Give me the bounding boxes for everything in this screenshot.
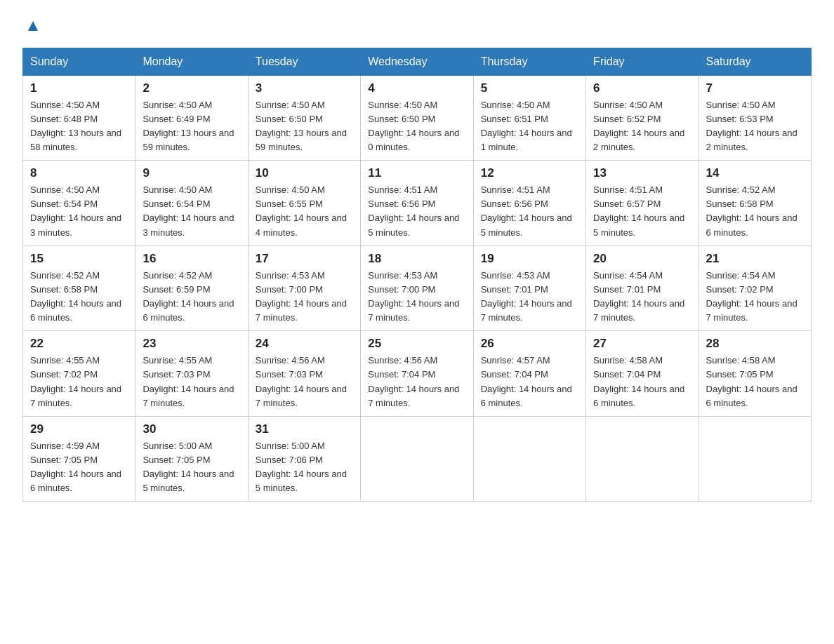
day-number: 16: [143, 252, 240, 266]
day-info: Sunrise: 4:52 AM Sunset: 6:58 PM Dayligh…: [706, 183, 804, 240]
day-info: Sunrise: 4:54 AM Sunset: 7:01 PM Dayligh…: [593, 269, 691, 326]
weekday-header-cell: Tuesday: [248, 48, 360, 75]
day-info: Sunrise: 4:58 AM Sunset: 7:05 PM Dayligh…: [706, 354, 804, 410]
day-number: 14: [706, 166, 804, 180]
day-info: Sunrise: 4:53 AM Sunset: 7:00 PM Dayligh…: [256, 269, 353, 326]
calendar-day-cell: 7 Sunrise: 4:50 AM Sunset: 6:53 PM Dayli…: [699, 75, 811, 161]
day-info: Sunrise: 4:50 AM Sunset: 6:51 PM Dayligh…: [481, 98, 578, 155]
calendar-day-cell: 8 Sunrise: 4:50 AM Sunset: 6:54 PM Dayli…: [23, 161, 135, 246]
calendar-day-cell: 31 Sunrise: 5:00 AM Sunset: 7:06 PM Dayl…: [248, 416, 360, 502]
calendar-day-cell: 15 Sunrise: 4:52 AM Sunset: 6:58 PM Dayl…: [23, 246, 135, 331]
calendar-day-cell: 5 Sunrise: 4:50 AM Sunset: 6:51 PM Dayli…: [473, 75, 585, 161]
day-number: 11: [368, 166, 465, 180]
calendar-day-cell: 23 Sunrise: 4:55 AM Sunset: 7:03 PM Dayl…: [135, 331, 248, 417]
day-number: 6: [593, 81, 691, 95]
calendar-day-cell: [361, 416, 473, 502]
day-number: 8: [30, 166, 128, 180]
day-number: 10: [256, 166, 353, 180]
weekday-header-cell: Saturday: [699, 48, 811, 75]
day-info: Sunrise: 4:51 AM Sunset: 6:57 PM Dayligh…: [593, 183, 691, 240]
calendar-day-cell: 3 Sunrise: 4:50 AM Sunset: 6:50 PM Dayli…: [248, 75, 360, 161]
day-info: Sunrise: 4:52 AM Sunset: 6:59 PM Dayligh…: [143, 269, 240, 326]
day-info: Sunrise: 4:57 AM Sunset: 7:04 PM Dayligh…: [481, 354, 578, 410]
logo-triangle-icon: [25, 18, 41, 36]
day-number: 30: [143, 422, 240, 436]
day-info: Sunrise: 4:51 AM Sunset: 6:56 PM Dayligh…: [368, 183, 465, 240]
day-info: Sunrise: 4:50 AM Sunset: 6:54 PM Dayligh…: [143, 183, 240, 240]
day-number: 31: [256, 422, 353, 436]
day-info: Sunrise: 4:51 AM Sunset: 6:56 PM Dayligh…: [481, 183, 578, 240]
calendar-day-cell: 24 Sunrise: 4:56 AM Sunset: 7:03 PM Dayl…: [248, 331, 360, 417]
day-number: 22: [30, 337, 128, 351]
calendar-day-cell: 28 Sunrise: 4:58 AM Sunset: 7:05 PM Dayl…: [699, 331, 811, 417]
calendar-day-cell: 29 Sunrise: 4:59 AM Sunset: 7:05 PM Dayl…: [23, 416, 135, 502]
day-number: 19: [481, 252, 578, 266]
day-number: 28: [706, 337, 804, 351]
day-number: 25: [368, 337, 465, 351]
day-number: 2: [143, 81, 240, 95]
day-number: 24: [256, 337, 353, 351]
calendar-day-cell: 12 Sunrise: 4:51 AM Sunset: 6:56 PM Dayl…: [473, 161, 585, 246]
day-number: 7: [706, 81, 804, 95]
calendar-week-row: 8 Sunrise: 4:50 AM Sunset: 6:54 PM Dayli…: [23, 161, 812, 246]
day-number: 5: [481, 81, 578, 95]
weekday-header-cell: Thursday: [473, 48, 585, 75]
weekday-header: SundayMondayTuesdayWednesdayThursdayFrid…: [23, 48, 812, 75]
day-info: Sunrise: 4:54 AM Sunset: 7:02 PM Dayligh…: [706, 269, 804, 326]
calendar-day-cell: 27 Sunrise: 4:58 AM Sunset: 7:04 PM Dayl…: [586, 331, 699, 417]
calendar-day-cell: 1 Sunrise: 4:50 AM Sunset: 6:48 PM Dayli…: [23, 75, 135, 161]
page-header: [22, 17, 812, 36]
calendar-day-cell: 13 Sunrise: 4:51 AM Sunset: 6:57 PM Dayl…: [586, 161, 699, 246]
calendar-day-cell: 9 Sunrise: 4:50 AM Sunset: 6:54 PM Dayli…: [135, 161, 248, 246]
calendar-week-row: 1 Sunrise: 4:50 AM Sunset: 6:48 PM Dayli…: [23, 75, 812, 161]
day-info: Sunrise: 4:50 AM Sunset: 6:52 PM Dayligh…: [593, 98, 691, 155]
day-number: 4: [368, 81, 465, 95]
day-info: Sunrise: 4:50 AM Sunset: 6:50 PM Dayligh…: [368, 98, 465, 155]
day-info: Sunrise: 4:50 AM Sunset: 6:48 PM Dayligh…: [30, 98, 128, 155]
calendar-day-cell: 11 Sunrise: 4:51 AM Sunset: 6:56 PM Dayl…: [361, 161, 473, 246]
calendar-day-cell: 22 Sunrise: 4:55 AM Sunset: 7:02 PM Dayl…: [23, 331, 135, 417]
svg-marker-0: [28, 21, 38, 31]
calendar-week-row: 22 Sunrise: 4:55 AM Sunset: 7:02 PM Dayl…: [23, 331, 812, 417]
day-number: 15: [30, 252, 128, 266]
calendar-table: SundayMondayTuesdayWednesdayThursdayFrid…: [22, 48, 812, 502]
weekday-header-cell: Sunday: [23, 48, 135, 75]
day-info: Sunrise: 4:55 AM Sunset: 7:03 PM Dayligh…: [143, 354, 240, 410]
calendar-day-cell: 20 Sunrise: 4:54 AM Sunset: 7:01 PM Dayl…: [586, 246, 699, 331]
day-number: 20: [593, 252, 691, 266]
day-info: Sunrise: 4:50 AM Sunset: 6:55 PM Dayligh…: [256, 183, 353, 240]
day-info: Sunrise: 4:58 AM Sunset: 7:04 PM Dayligh…: [593, 354, 691, 410]
day-info: Sunrise: 4:53 AM Sunset: 7:00 PM Dayligh…: [368, 269, 465, 326]
calendar-week-row: 29 Sunrise: 4:59 AM Sunset: 7:05 PM Dayl…: [23, 416, 812, 502]
day-number: 17: [256, 252, 353, 266]
day-number: 18: [368, 252, 465, 266]
day-number: 3: [256, 81, 353, 95]
day-number: 13: [593, 166, 691, 180]
calendar-week-row: 15 Sunrise: 4:52 AM Sunset: 6:58 PM Dayl…: [23, 246, 812, 331]
calendar-day-cell: 21 Sunrise: 4:54 AM Sunset: 7:02 PM Dayl…: [699, 246, 811, 331]
calendar-day-cell: 4 Sunrise: 4:50 AM Sunset: 6:50 PM Dayli…: [361, 75, 473, 161]
day-number: 23: [143, 337, 240, 351]
day-number: 29: [30, 422, 128, 436]
day-info: Sunrise: 4:53 AM Sunset: 7:01 PM Dayligh…: [481, 269, 578, 326]
calendar-day-cell: 14 Sunrise: 4:52 AM Sunset: 6:58 PM Dayl…: [699, 161, 811, 246]
day-info: Sunrise: 4:56 AM Sunset: 7:04 PM Dayligh…: [368, 354, 465, 410]
calendar-day-cell: 30 Sunrise: 5:00 AM Sunset: 7:05 PM Dayl…: [135, 416, 248, 502]
calendar-day-cell: 17 Sunrise: 4:53 AM Sunset: 7:00 PM Dayl…: [248, 246, 360, 331]
day-info: Sunrise: 4:50 AM Sunset: 6:53 PM Dayligh…: [706, 98, 804, 155]
day-info: Sunrise: 4:55 AM Sunset: 7:02 PM Dayligh…: [30, 354, 128, 410]
calendar-body: 1 Sunrise: 4:50 AM Sunset: 6:48 PM Dayli…: [23, 75, 812, 502]
day-info: Sunrise: 4:50 AM Sunset: 6:50 PM Dayligh…: [256, 98, 353, 155]
day-info: Sunrise: 4:50 AM Sunset: 6:54 PM Dayligh…: [30, 183, 128, 240]
day-info: Sunrise: 4:56 AM Sunset: 7:03 PM Dayligh…: [256, 354, 353, 410]
day-number: 1: [30, 81, 128, 95]
day-number: 21: [706, 252, 804, 266]
calendar-day-cell: [473, 416, 585, 502]
calendar-day-cell: 26 Sunrise: 4:57 AM Sunset: 7:04 PM Dayl…: [473, 331, 585, 417]
calendar-day-cell: 2 Sunrise: 4:50 AM Sunset: 6:49 PM Dayli…: [135, 75, 248, 161]
day-number: 9: [143, 166, 240, 180]
calendar-day-cell: 19 Sunrise: 4:53 AM Sunset: 7:01 PM Dayl…: [473, 246, 585, 331]
weekday-header-cell: Monday: [135, 48, 248, 75]
day-number: 26: [481, 337, 578, 351]
weekday-header-cell: Friday: [586, 48, 699, 75]
